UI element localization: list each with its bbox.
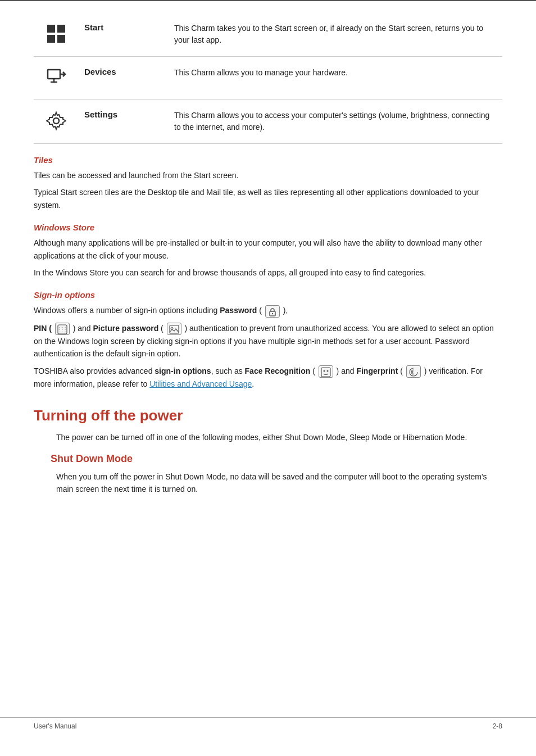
svg-rect-2 [47,35,55,43]
face-recognition-icon [319,365,333,378]
windows-store-para1: Although many applications will be pre-i… [34,237,502,262]
tiles-heading: Tiles [34,155,502,165]
svg-rect-23 [321,368,330,377]
sign-in-para3: TOSHIBA also provides advanced sign-in o… [34,365,502,391]
settings-icon-cell [34,99,79,144]
svg-rect-0 [47,25,55,33]
svg-rect-1 [57,25,65,33]
tiles-para1: Tiles can be accessed and launched from … [34,169,502,182]
settings-icon [46,111,66,131]
main-heading: Turning off the power [34,407,502,424]
devices-icon-cell [34,57,79,99]
fingerprint-icon [406,365,421,378]
windows-store-para2: In the Windows Store you can search for … [34,266,502,279]
sign-in-section: Sign-in options Windows offers a number … [34,290,502,390]
sign-in-para2: PIN ( ) and Picture password ( [34,322,502,360]
svg-point-8 [53,118,59,124]
start-description: This Charm takes you to the Start screen… [169,12,502,57]
turning-off-section: Turning off the power The power can be t… [34,407,502,495]
pin-icon [55,323,70,335]
footer-right: 2-8 [493,722,502,730]
svg-point-24 [323,370,325,372]
devices-label: Devices [79,57,169,99]
charm-row-settings: Settings This Charm allows you to access… [34,99,502,144]
windows-store-section: Windows Store Although many applications… [34,223,502,279]
windows-store-heading: Windows Store [34,223,502,232]
charm-row-start: Start This Charm takes you to the Start … [34,12,502,57]
start-label: Start [79,12,169,57]
shut-down-heading: Shut Down Mode [51,453,502,465]
devices-icon [46,67,66,87]
devices-description: This Charm allows you to manage your har… [169,57,502,99]
shut-down-text: When you turn off the power in Shut Down… [56,470,502,496]
charm-table: Start This Charm takes you to the Start … [34,12,502,144]
settings-description: This Charm allows you to access your com… [169,99,502,144]
svg-rect-21 [170,325,179,333]
sign-in-heading: Sign-in options [34,290,502,300]
start-icon-cell [34,12,79,57]
charm-row-devices: Devices This Charm allows you to manage … [34,57,502,99]
svg-point-10 [272,313,273,314]
password-icon [265,305,280,318]
start-icon [46,24,66,44]
tiles-para2: Typical Start screen tiles are the Deskt… [34,186,502,211]
svg-rect-4 [48,70,60,79]
settings-label: Settings [79,99,169,144]
tiles-section: Tiles Tiles can be accessed and launched… [34,155,502,211]
svg-point-25 [326,370,328,372]
sign-in-para1: Windows offers a number of sign-in optio… [34,304,502,317]
turning-off-main-text: The power can be turned off in one of th… [56,431,502,443]
picture-password-icon [167,323,181,335]
footer-left: User's Manual [34,722,76,730]
footer: User's Manual 2-8 [0,717,536,735]
utilities-link[interactable]: Utilities and Advanced Usage [149,379,252,388]
svg-rect-3 [57,35,65,43]
